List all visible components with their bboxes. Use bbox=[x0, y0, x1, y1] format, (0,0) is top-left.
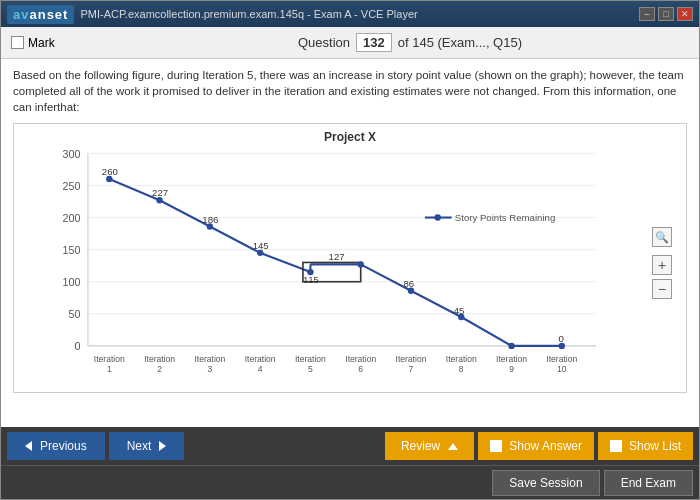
zoom-search-icon[interactable]: 🔍 bbox=[652, 227, 672, 247]
svg-text:9: 9 bbox=[509, 364, 514, 374]
svg-text:127: 127 bbox=[329, 252, 345, 263]
svg-point-57 bbox=[435, 215, 441, 221]
mark-checkbox[interactable] bbox=[11, 36, 24, 49]
mark-area: Mark bbox=[11, 36, 131, 50]
zoom-out-button[interactable]: − bbox=[652, 279, 672, 299]
svg-text:200: 200 bbox=[63, 212, 81, 224]
chart-svg: 300 250 200 150 100 50 0 Iteration 1 Ite… bbox=[20, 148, 680, 378]
show-list-icon bbox=[610, 440, 622, 452]
svg-text:Iteration: Iteration bbox=[496, 354, 527, 364]
previous-button[interactable]: Previous bbox=[7, 432, 105, 460]
svg-text:186: 186 bbox=[202, 214, 218, 225]
svg-text:100: 100 bbox=[63, 276, 81, 288]
svg-text:5: 5 bbox=[308, 364, 313, 374]
title-bar-left: avanset PMI-ACP.examcollection.premium.e… bbox=[7, 5, 418, 24]
end-exam-button[interactable]: End Exam bbox=[604, 470, 693, 496]
svg-point-54 bbox=[508, 343, 514, 349]
svg-point-49 bbox=[257, 250, 263, 256]
mark-label: Mark bbox=[28, 36, 55, 50]
svg-text:6: 6 bbox=[358, 364, 363, 374]
next-label: Next bbox=[127, 439, 152, 453]
main-window: avanset PMI-ACP.examcollection.premium.e… bbox=[0, 0, 700, 500]
review-button[interactable]: Review bbox=[385, 432, 474, 460]
svg-point-51 bbox=[357, 261, 363, 267]
save-session-button[interactable]: Save Session bbox=[492, 470, 599, 496]
svg-text:Iteration: Iteration bbox=[345, 354, 376, 364]
svg-text:86: 86 bbox=[403, 278, 414, 289]
window-controls: – □ ✕ bbox=[639, 7, 693, 21]
app-logo: avanset bbox=[7, 5, 74, 24]
show-list-button[interactable]: Show List bbox=[598, 432, 693, 460]
svg-text:1: 1 bbox=[107, 364, 112, 374]
content-area: Based on the following figure, during It… bbox=[1, 59, 699, 427]
show-answer-button[interactable]: Show Answer bbox=[478, 432, 594, 460]
svg-text:300: 300 bbox=[63, 148, 81, 160]
svg-text:4: 4 bbox=[258, 364, 263, 374]
svg-text:Iteration: Iteration bbox=[94, 354, 125, 364]
svg-point-53 bbox=[458, 314, 464, 320]
svg-text:0: 0 bbox=[74, 340, 80, 352]
svg-text:10: 10 bbox=[557, 364, 567, 374]
svg-text:0: 0 bbox=[559, 333, 564, 344]
svg-text:7: 7 bbox=[409, 364, 414, 374]
zoom-controls: 🔍 + − bbox=[652, 227, 672, 299]
svg-point-46 bbox=[106, 176, 112, 182]
svg-point-47 bbox=[156, 197, 162, 203]
minimize-button[interactable]: – bbox=[639, 7, 655, 21]
previous-label: Previous bbox=[40, 439, 87, 453]
svg-text:Iteration: Iteration bbox=[295, 354, 326, 364]
svg-text:Iteration: Iteration bbox=[446, 354, 477, 364]
svg-text:115: 115 bbox=[303, 274, 319, 285]
zoom-in-button[interactable]: + bbox=[652, 255, 672, 275]
bottom-bar: Previous Next Review Show Answer Show Li… bbox=[1, 427, 699, 465]
question-text: Based on the following figure, during It… bbox=[1, 59, 699, 119]
svg-text:45: 45 bbox=[454, 305, 465, 316]
bottom-bar2: Save Session End Exam bbox=[1, 465, 699, 499]
show-list-label: Show List bbox=[629, 439, 681, 453]
svg-text:8: 8 bbox=[459, 364, 464, 374]
chart-title: Project X bbox=[20, 130, 680, 144]
svg-text:2: 2 bbox=[157, 364, 162, 374]
svg-text:Iteration: Iteration bbox=[245, 354, 276, 364]
svg-text:150: 150 bbox=[63, 244, 81, 256]
svg-point-52 bbox=[408, 288, 414, 294]
svg-text:Iteration: Iteration bbox=[396, 354, 427, 364]
toolbar: Mark Question 132 of 145 (Exam..., Q15) bbox=[1, 27, 699, 59]
svg-text:Story Points Remaining: Story Points Remaining bbox=[455, 212, 555, 223]
title-bar: avanset PMI-ACP.examcollection.premium.e… bbox=[1, 1, 699, 27]
svg-text:145: 145 bbox=[253, 240, 269, 251]
svg-text:Iteration: Iteration bbox=[546, 354, 577, 364]
question-number: 132 bbox=[356, 33, 392, 52]
svg-point-50 bbox=[307, 269, 313, 275]
next-button[interactable]: Next bbox=[109, 432, 185, 460]
question-label: Question bbox=[298, 35, 350, 50]
close-button[interactable]: ✕ bbox=[677, 7, 693, 21]
svg-point-55 bbox=[559, 343, 565, 349]
review-icon bbox=[448, 443, 458, 450]
svg-text:50: 50 bbox=[69, 308, 81, 320]
show-answer-label: Show Answer bbox=[509, 439, 582, 453]
chart-inner: 300 250 200 150 100 50 0 Iteration 1 Ite… bbox=[20, 148, 680, 378]
maximize-button[interactable]: □ bbox=[658, 7, 674, 21]
review-label: Review bbox=[401, 439, 440, 453]
svg-point-48 bbox=[207, 224, 213, 230]
next-icon bbox=[159, 441, 166, 451]
svg-text:227: 227 bbox=[152, 187, 168, 198]
svg-text:250: 250 bbox=[63, 180, 81, 192]
svg-text:Iteration: Iteration bbox=[144, 354, 175, 364]
svg-text:260: 260 bbox=[102, 166, 118, 177]
question-total: of 145 (Exam..., Q15) bbox=[398, 35, 522, 50]
window-title: PMI-ACP.examcollection.premium.exam.145q… bbox=[80, 8, 417, 20]
prev-icon bbox=[25, 441, 32, 451]
svg-text:3: 3 bbox=[207, 364, 212, 374]
question-area: Question 132 of 145 (Exam..., Q15) bbox=[131, 33, 689, 52]
show-answer-icon bbox=[490, 440, 502, 452]
svg-text:Iteration: Iteration bbox=[194, 354, 225, 364]
chart-container: Project X 300 250 200 bbox=[13, 123, 687, 393]
